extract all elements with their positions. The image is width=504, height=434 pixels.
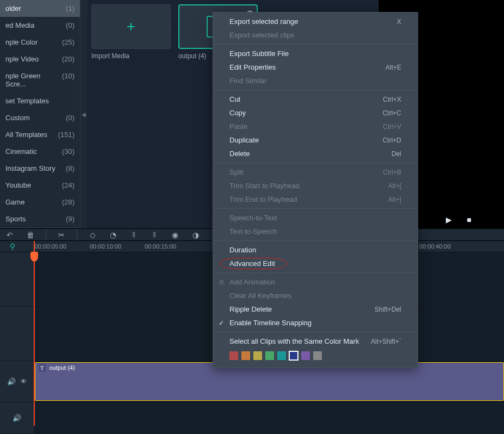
menu-label: Duplicate [229,136,259,144]
menu-label: Ripple Delete [229,305,272,313]
menu-label: Paste [229,122,247,131]
menu-item-find-similar: Find Similar [213,74,418,88]
play-button[interactable]: ▶ [446,215,452,224]
menu-item-advanced-edit[interactable]: Advanced Edit [213,257,418,270]
chevron-left-icon: ◀ [82,111,86,117]
sidebar-item-10[interactable]: Youtube(24) [0,177,80,194]
sidebar-item-6[interactable]: Custom(0) [0,109,80,126]
menu-item-select-all-clips-with-the-same-color-mark[interactable]: Select all Clips with the Same Color Mar… [213,334,418,348]
menu-item-cut[interactable]: CutCtrl+X [213,92,418,106]
time-mark: 00:00:15:00 [145,243,200,250]
color-swatch-0[interactable] [229,351,238,360]
sidebar-count: (20) [62,55,74,63]
menu-item-export-selected-range[interactable]: Export selected rangeX [213,15,418,28]
sidebar-item-7[interactable]: All Templates(151) [0,126,80,143]
sidebar-item-3[interactable]: nple Video(20) [0,51,80,67]
sidebar-count: (30) [62,147,74,156]
menu-item-edit-properties[interactable]: Edit PropertiesAlt+E [213,60,418,74]
adjust-icon[interactable]: ⫴ [128,230,139,240]
mute-icon[interactable]: 🔊 [13,414,21,422]
menu-item-text-to-speech: Text-to-Speech [213,225,418,238]
menu-shortcut: Ctrl+B [383,169,401,176]
menu-item-clear-all-keyframes: Clear All Keyframes [213,289,418,302]
marker-icon[interactable]: ◑ [190,230,201,240]
sidebar-item-5[interactable]: set Templates [0,92,80,109]
menu-item-split: SplitCtrl+B [213,165,418,179]
menu-label: Copy [229,109,246,117]
stop-button[interactable]: ■ [467,215,471,224]
menu-item-duplicate[interactable]: DuplicateCtrl+D [213,133,418,147]
menu-item-duration[interactable]: Duration [213,243,418,257]
tag-icon[interactable]: ◇ [87,230,98,240]
menu-label: Cut [229,95,240,103]
menu-label: Select all Clips with the Same Color Mar… [229,337,359,345]
mute-icon[interactable]: 🔊 [7,377,16,386]
audio-track[interactable]: 🔊 [0,402,504,434]
audio-icon[interactable]: ⦀ [149,230,160,240]
visibility-icon[interactable]: 👁 [20,377,27,386]
sidebar-count: (9) [66,215,74,223]
menu-item-ripple-delete[interactable]: Ripple DeleteShift+Del [213,302,418,316]
sidebar-label: older [5,4,21,13]
plus-icon: + [127,18,135,35]
speed-icon[interactable]: ◔ [108,230,119,240]
sidebar-item-0[interactable]: older(1) [0,0,80,17]
menu-item-speech-to-text: Speech-to-Text [213,211,418,225]
menu-shortcut: Alt+] [388,196,401,203]
menu-item-trim-start-to-playhead: Trim Start to PlayheadAlt+[ [213,179,418,193]
sidebar-count: (28) [62,198,74,206]
color-swatch-2[interactable] [253,351,262,360]
menu-label: Speech-to-Text [229,214,277,222]
sidebar-item-1[interactable]: ed Media(0) [0,17,80,34]
sidebar-item-9[interactable]: Instagram Story(8) [0,160,80,177]
playhead[interactable] [34,241,35,426]
menu-shortcut: Shift+Del [375,306,401,313]
delete-icon[interactable]: 🗑 [25,230,36,240]
menu-item-delete[interactable]: DeleteDel [213,147,418,160]
time-mark: 00:00:05:00 [35,243,90,250]
color-swatches [213,348,418,365]
undo-icon[interactable]: ↶ [4,230,15,240]
menu-item-enable-timeline-snapping[interactable]: ✓Enable Timeline Snapping [213,316,418,330]
sidebar-count: (24) [62,181,74,189]
sidebar-item-11[interactable]: Game(28) [0,194,80,210]
menu-shortcut: Alt+Shift+` [371,338,401,345]
sidebar-item-2[interactable]: nple Color(25) [0,34,80,51]
import-media-tile[interactable]: + Import Media [91,4,171,224]
cut-icon[interactable]: ✂ [56,230,67,240]
sidebar-count: (10) [62,72,74,88]
color-swatch-7[interactable] [313,351,322,360]
menu-label: Advanced Edit [229,259,275,268]
menu-item-copy[interactable]: CopyCtrl+C [213,106,418,120]
sidebar-label: Youtube [5,181,31,189]
crown-icon: ♔ [219,278,225,286]
context-menu: Export selected rangeXExport selected cl… [213,12,418,368]
menu-label: Export selected clips [229,31,294,39]
color-swatch-6[interactable] [301,351,310,360]
menu-item-export-selected-clips: Export selected clips [213,28,418,42]
menu-item-export-subtitle-file[interactable]: Export Subtitle File [213,47,418,60]
sidebar-collapse-handle[interactable]: ◀ [80,0,87,228]
menu-item-trim-end-to-playhead: Trim End to PlayheadAlt+] [213,193,418,206]
color-swatch-3[interactable] [265,351,274,360]
sidebar-count: (0) [66,114,74,122]
sidebar-label: nple Color [5,38,38,46]
sidebar-item-4[interactable]: nple Green Scre...(10) [0,67,80,92]
check-icon: ✓ [219,319,224,327]
sidebar-item-8[interactable]: Cinematic(30) [0,143,80,160]
menu-label: Split [229,168,243,176]
color-swatch-5[interactable] [289,351,298,360]
sidebar-label: nple Video [5,55,39,63]
sidebar-label: Game [5,198,24,206]
sidebar-label: set Templates [5,97,49,105]
sidebar-item-12[interactable]: Sports(9) [0,210,80,227]
menu-item-add-animation: ♔Add Animation [213,275,418,289]
color-swatch-4[interactable] [277,351,286,360]
menu-label: Text-to-Speech [229,227,277,235]
sidebar-label: nple Green Scre... [5,72,62,88]
sidebar-count: (0) [66,21,74,29]
color-swatch-1[interactable] [241,351,250,360]
magnet-icon[interactable]: ⚲ [10,242,15,251]
color-icon[interactable]: ◉ [170,230,181,240]
sidebar-label: Custom [5,114,30,122]
